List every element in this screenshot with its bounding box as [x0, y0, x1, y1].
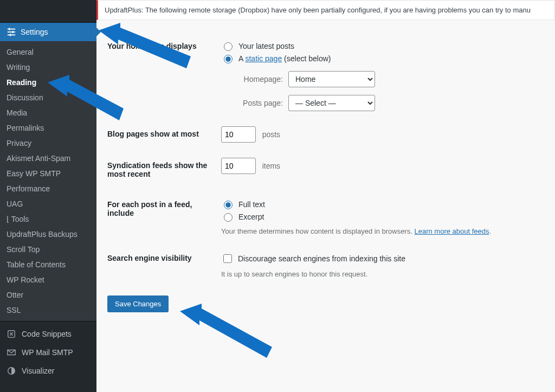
sidebar-item-settings[interactable]: Settings — [0, 23, 96, 41]
sidebar-subitem[interactable]: WP Rocket — [0, 272, 96, 287]
label-homepage-select: Homepage: — [234, 75, 283, 83]
svg-rect-5 — [10, 34, 11, 36]
sidebar-subitem[interactable]: Akismet Anti-Spam — [0, 151, 96, 166]
sidebar-item[interactable]: Visualizer — [0, 362, 96, 380]
label-search-visibility: Search engine visibility — [107, 254, 192, 262]
row-syndication: Syndication feeds show the most recent i… — [107, 150, 544, 189]
radio-excerpt-label[interactable]: Excerpt — [238, 213, 264, 221]
notice-updraftplus: UpdraftPlus: The following remote storag… — [96, 0, 555, 20]
radio-full-text[interactable] — [224, 201, 233, 209]
svg-marker-10 — [180, 304, 272, 358]
sidebar-subitem[interactable]: Otter — [0, 287, 96, 303]
select-posts-page[interactable]: — Select — — [288, 95, 375, 111]
sidebar-item-label: WP Mail SMTP — [22, 348, 73, 357]
unit-syndication: items — [262, 162, 280, 170]
sidebar-subitem[interactable]: Performance — [0, 181, 96, 196]
svg-rect-2 — [8, 35, 15, 36]
input-blog-pages[interactable] — [221, 126, 256, 143]
sidebar-item[interactable]: Code Snippets — [0, 325, 96, 343]
sidebar-subitem[interactable]: Writing — [0, 60, 96, 75]
annotation-arrow-reading — [48, 75, 124, 129]
mail-icon — [7, 348, 16, 357]
radio-latest-posts[interactable] — [224, 42, 233, 51]
sidebar-subitem[interactable]: Easy WP SMTP — [0, 166, 96, 181]
notice-text: UpdraftPlus: The following remote storag… — [105, 6, 531, 14]
svg-rect-1 — [8, 31, 15, 33]
sidebar-section-label: Settings — [21, 28, 48, 36]
row-feed-include: For each post in a feed, include Full te… — [107, 189, 544, 243]
sidebar-item-label: Visualizer — [22, 367, 54, 375]
sidebar-subitem[interactable]: Scroll Top — [0, 242, 96, 257]
sidebar-subitem[interactable]: UAG — [0, 196, 96, 211]
label-postspage-select: Posts page: — [234, 99, 283, 107]
save-button[interactable]: Save Changes — [107, 295, 169, 312]
svg-rect-4 — [12, 31, 14, 34]
svg-rect-0 — [8, 29, 15, 30]
checkbox-discourage[interactable] — [223, 254, 232, 263]
radio-static-page-label[interactable]: A static page (select below) — [238, 54, 331, 63]
feed-include-desc: Your theme determines how content is dis… — [221, 227, 539, 235]
unit-blog-pages: posts — [262, 130, 280, 139]
radio-full-text-label[interactable]: Full text — [238, 200, 265, 209]
select-homepage[interactable]: Home — [288, 71, 375, 87]
link-learn-more-feeds[interactable]: Learn more about feeds — [414, 227, 489, 235]
link-static-page[interactable]: static page — [245, 54, 282, 63]
sidebar-subitem[interactable]: Privacy — [0, 136, 96, 151]
radio-excerpt[interactable] — [224, 213, 233, 222]
sidebar-subitem[interactable]: UpdraftPlus Backups — [0, 227, 96, 242]
sidebar-other-menu: Code SnippetsWP Mail SMTPVisualizer — [0, 321, 96, 380]
sidebar-top-spacer — [0, 0, 96, 23]
radio-latest-posts-label[interactable]: Your latest posts — [238, 42, 294, 50]
svg-marker-8 — [99, 23, 191, 68]
input-syndication[interactable] — [221, 158, 256, 174]
sidebar-subitem[interactable]: Table of Contents — [0, 257, 96, 272]
row-blog-pages: Blog pages show at most posts — [107, 119, 544, 150]
sliders-icon — [7, 27, 16, 37]
label-syndication: Syndication feeds show the most recent — [107, 161, 207, 178]
sidebar-subitem[interactable]: SSL — [0, 303, 96, 318]
app-root: Settings GeneralWritingReadingDiscussion… — [0, 0, 555, 392]
svg-marker-9 — [48, 75, 124, 120]
label-feed-include: For each post in a feed, include — [107, 200, 192, 217]
radio-static-page[interactable] — [224, 55, 233, 63]
sidebar-item-label: Code Snippets — [22, 330, 72, 338]
sidebar-subitem[interactable]: General — [0, 44, 96, 60]
admin-sidebar: Settings GeneralWritingReadingDiscussion… — [0, 0, 96, 392]
svg-rect-3 — [9, 28, 10, 30]
code-snippets-icon — [7, 329, 16, 339]
checkbox-discourage-label[interactable]: Discourage search engines from indexing … — [238, 254, 405, 263]
label-blog-pages: Blog pages show at most — [107, 130, 199, 138]
search-visibility-desc: It is up to search engines to honor this… — [221, 270, 539, 278]
row-search-visibility: Search engine visibility Discourage sear… — [107, 243, 544, 286]
visualizer-icon — [7, 366, 16, 376]
sidebar-subitem[interactable]: ⌊ Tools — [0, 211, 96, 227]
annotation-arrow-settings — [99, 23, 191, 77]
annotation-arrow-search-visibility — [180, 304, 272, 363]
sidebar-item[interactable]: WP Mail SMTP — [0, 343, 96, 362]
